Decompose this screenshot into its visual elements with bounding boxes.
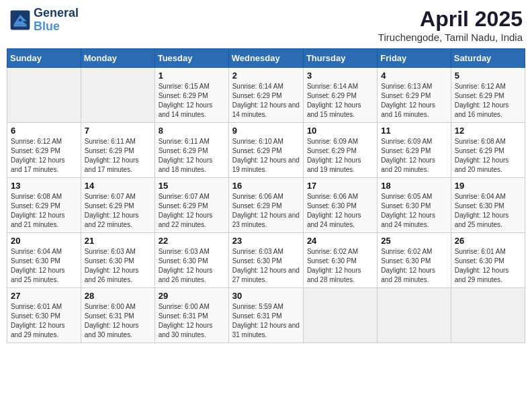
week-row-2: 6Sunrise: 6:12 AM Sunset: 6:29 PM Daylig… [7,123,525,178]
day-number: 23 [232,236,300,246]
day-info: Sunrise: 6:04 AM Sunset: 6:30 PM Dayligh… [11,247,77,285]
calendar-cell: 27Sunrise: 6:01 AM Sunset: 6:30 PM Dayli… [7,288,81,343]
day-info: Sunrise: 6:08 AM Sunset: 6:29 PM Dayligh… [455,137,521,175]
calendar-cell: 26Sunrise: 6:01 AM Sunset: 6:30 PM Dayli… [451,233,525,288]
svg-rect-2 [13,24,26,26]
weekday-header-saturday: Saturday [451,49,525,68]
day-info: Sunrise: 6:12 AM Sunset: 6:29 PM Dayligh… [455,82,521,120]
day-info: Sunrise: 6:00 AM Sunset: 6:31 PM Dayligh… [85,302,151,340]
calendar-cell: 25Sunrise: 6:02 AM Sunset: 6:30 PM Dayli… [378,233,451,288]
day-number: 16 [232,181,300,191]
calendar-cell [81,68,154,123]
weekday-header-row: SundayMondayTuesdayWednesdayThursdayFrid… [7,49,525,68]
calendar-cell: 8Sunrise: 6:11 AM Sunset: 6:29 PM Daylig… [154,123,228,178]
day-info: Sunrise: 6:08 AM Sunset: 6:29 PM Dayligh… [11,192,77,230]
day-info: Sunrise: 6:09 AM Sunset: 6:29 PM Dayligh… [381,137,447,175]
calendar-cell: 1Sunrise: 6:15 AM Sunset: 6:29 PM Daylig… [154,68,228,123]
day-number: 27 [11,291,77,301]
day-info: Sunrise: 6:13 AM Sunset: 6:29 PM Dayligh… [381,82,447,120]
day-number: 19 [455,181,521,191]
calendar-cell: 30Sunrise: 5:59 AM Sunset: 6:31 PM Dayli… [228,288,303,343]
calendar-cell: 9Sunrise: 6:10 AM Sunset: 6:29 PM Daylig… [228,123,303,178]
day-number: 22 [159,236,225,246]
day-info: Sunrise: 6:07 AM Sunset: 6:29 PM Dayligh… [159,192,225,230]
day-info: Sunrise: 6:12 AM Sunset: 6:29 PM Dayligh… [11,137,77,175]
calendar-cell: 10Sunrise: 6:09 AM Sunset: 6:29 PM Dayli… [303,123,377,178]
day-number: 20 [11,236,77,246]
day-info: Sunrise: 6:01 AM Sunset: 6:30 PM Dayligh… [455,247,521,285]
day-number: 26 [455,236,521,246]
weekday-header-sunday: Sunday [7,49,81,68]
calendar-cell: 22Sunrise: 6:03 AM Sunset: 6:30 PM Dayli… [154,233,228,288]
day-info: Sunrise: 6:06 AM Sunset: 6:30 PM Dayligh… [307,192,373,230]
day-info: Sunrise: 6:03 AM Sunset: 6:30 PM Dayligh… [232,247,300,285]
day-info: Sunrise: 6:02 AM Sunset: 6:30 PM Dayligh… [307,247,373,285]
calendar-cell: 2Sunrise: 6:14 AM Sunset: 6:29 PM Daylig… [228,68,303,123]
calendar-cell: 18Sunrise: 6:05 AM Sunset: 6:30 PM Dayli… [378,178,451,233]
calendar-cell: 12Sunrise: 6:08 AM Sunset: 6:29 PM Dayli… [451,123,525,178]
day-info: Sunrise: 6:03 AM Sunset: 6:30 PM Dayligh… [159,247,225,285]
day-info: Sunrise: 6:06 AM Sunset: 6:29 PM Dayligh… [232,192,300,230]
calendar-cell [451,288,525,343]
day-info: Sunrise: 5:59 AM Sunset: 6:31 PM Dayligh… [232,302,300,340]
calendar-cell: 23Sunrise: 6:03 AM Sunset: 6:30 PM Dayli… [228,233,303,288]
calendar-cell: 5Sunrise: 6:12 AM Sunset: 6:29 PM Daylig… [451,68,525,123]
day-number: 25 [381,236,447,246]
day-number: 1 [159,71,225,81]
day-info: Sunrise: 6:11 AM Sunset: 6:29 PM Dayligh… [159,137,225,175]
day-info: Sunrise: 6:04 AM Sunset: 6:30 PM Dayligh… [455,192,521,230]
calendar-cell: 21Sunrise: 6:03 AM Sunset: 6:30 PM Dayli… [81,233,154,288]
day-number: 12 [455,126,521,136]
weekday-header-monday: Monday [81,49,154,68]
day-number: 11 [381,126,447,136]
day-number: 13 [11,181,77,191]
day-number: 14 [85,181,151,191]
week-row-1: 1Sunrise: 6:15 AM Sunset: 6:29 PM Daylig… [7,68,525,123]
title-block: April 2025 Tiruchengode, Tamil Nadu, Ind… [378,7,523,43]
day-info: Sunrise: 6:10 AM Sunset: 6:29 PM Dayligh… [232,137,300,175]
day-info: Sunrise: 6:09 AM Sunset: 6:29 PM Dayligh… [307,137,373,175]
svg-rect-0 [11,10,30,30]
calendar-cell: 7Sunrise: 6:11 AM Sunset: 6:29 PM Daylig… [81,123,154,178]
logo-icon [9,9,31,31]
calendar-cell: 14Sunrise: 6:07 AM Sunset: 6:29 PM Dayli… [81,178,154,233]
week-row-4: 20Sunrise: 6:04 AM Sunset: 6:30 PM Dayli… [7,233,525,288]
day-number: 15 [159,181,225,191]
weekday-header-wednesday: Wednesday [228,49,303,68]
day-number: 18 [381,181,447,191]
calendar-cell: 20Sunrise: 6:04 AM Sunset: 6:30 PM Dayli… [7,233,81,288]
calendar-cell: 3Sunrise: 6:14 AM Sunset: 6:29 PM Daylig… [303,68,377,123]
calendar-cell [7,68,81,123]
calendar-cell: 19Sunrise: 6:04 AM Sunset: 6:30 PM Dayli… [451,178,525,233]
day-number: 5 [455,71,521,81]
logo: General Blue [9,7,79,34]
weekday-header-thursday: Thursday [303,49,377,68]
day-number: 9 [232,126,300,136]
day-number: 24 [307,236,373,246]
day-number: 8 [159,126,225,136]
day-number: 28 [85,291,151,301]
calendar-cell: 28Sunrise: 6:00 AM Sunset: 6:31 PM Dayli… [81,288,154,343]
day-info: Sunrise: 6:07 AM Sunset: 6:29 PM Dayligh… [85,192,151,230]
calendar-cell: 16Sunrise: 6:06 AM Sunset: 6:29 PM Dayli… [228,178,303,233]
day-number: 10 [307,126,373,136]
day-number: 17 [307,181,373,191]
calendar-cell [303,288,377,343]
weekday-header-tuesday: Tuesday [154,49,228,68]
day-number: 21 [85,236,151,246]
calendar-cell: 24Sunrise: 6:02 AM Sunset: 6:30 PM Dayli… [303,233,377,288]
day-number: 29 [159,291,225,301]
week-row-5: 27Sunrise: 6:01 AM Sunset: 6:30 PM Dayli… [7,288,525,343]
weekday-header-friday: Friday [378,49,451,68]
day-number: 2 [232,71,300,81]
day-info: Sunrise: 6:03 AM Sunset: 6:30 PM Dayligh… [85,247,151,285]
day-info: Sunrise: 6:14 AM Sunset: 6:29 PM Dayligh… [232,82,300,120]
day-info: Sunrise: 6:01 AM Sunset: 6:30 PM Dayligh… [11,302,77,340]
calendar-cell: 29Sunrise: 6:00 AM Sunset: 6:31 PM Dayli… [154,288,228,343]
calendar-cell [378,288,451,343]
calendar-cell: 4Sunrise: 6:13 AM Sunset: 6:29 PM Daylig… [378,68,451,123]
day-number: 6 [11,126,77,136]
day-info: Sunrise: 6:14 AM Sunset: 6:29 PM Dayligh… [307,82,373,120]
day-number: 4 [381,71,447,81]
day-info: Sunrise: 6:15 AM Sunset: 6:29 PM Dayligh… [159,82,225,120]
